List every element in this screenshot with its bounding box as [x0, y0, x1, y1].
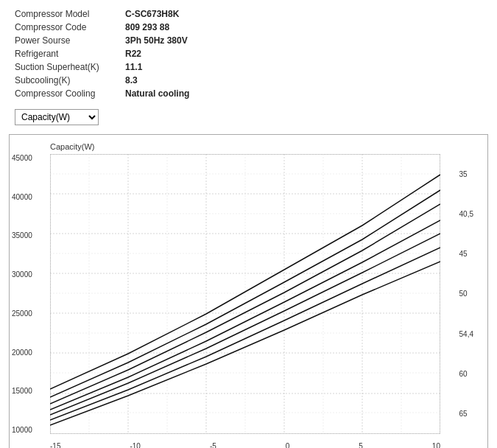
info-table: Compressor ModelC-SC673H8KCompressor Cod…	[15, 7, 194, 100]
x-tick--10: -10	[130, 442, 140, 448]
legend-35: 35	[459, 170, 468, 178]
y-tick-40000: 40000	[12, 193, 32, 201]
legend-50: 50	[459, 290, 468, 298]
info-value: 809 293 88	[125, 21, 194, 34]
info-label: Compressor Cooling	[15, 87, 125, 100]
info-value: 8.3	[125, 74, 194, 87]
y-tick-25000: 25000	[12, 309, 32, 318]
x-tick-5: 5	[359, 442, 363, 448]
x-axis-labels: -15 -10 -5 0 5 10	[50, 442, 440, 448]
chart-y-label: Capacity(W)	[50, 142, 451, 151]
chart-container: Capacity(W)	[9, 134, 488, 448]
dropdown-section: Capacity(W)Power Input(W)Current(A)COP	[0, 106, 497, 131]
info-value: 3Ph 50Hz 380V	[125, 34, 194, 47]
y-tick-10000: 10000	[12, 426, 32, 434]
info-section: Compressor ModelC-SC673H8KCompressor Cod…	[0, 0, 497, 106]
x-tick-0: 0	[286, 442, 290, 448]
info-label: Power Sourse	[15, 34, 125, 47]
chart-area: 45000 40000 35000 30000 25000 20000 1500…	[50, 154, 440, 434]
info-label: Compressor Model	[15, 7, 125, 21]
info-label: Subcooling(K)	[15, 74, 125, 87]
legend-60: 60	[459, 370, 468, 378]
info-label: Compressor Code	[15, 21, 125, 34]
info-value: Natural cooling	[125, 87, 194, 100]
info-value: R22	[125, 47, 194, 60]
info-value: 11.1	[125, 60, 194, 74]
legend-40.5: 40,5	[459, 210, 473, 218]
legend-54.4: 54,4	[459, 330, 473, 338]
x-tick--5: -5	[210, 442, 216, 448]
y-tick-15000: 15000	[12, 387, 32, 395]
capacity-dropdown[interactable]: Capacity(W)Power Input(W)Current(A)COP	[15, 109, 99, 125]
y-axis-labels: 45000 40000 35000 30000 25000 20000 1500…	[12, 154, 32, 434]
y-tick-20000: 20000	[12, 349, 32, 357]
y-tick-30000: 30000	[12, 270, 32, 279]
chart-legend: 35 40,5 45 50 54,4 60 65	[459, 154, 473, 434]
info-value: C-SC673H8K	[125, 7, 194, 21]
y-tick-35000: 35000	[12, 231, 32, 239]
info-label: Refrigerant	[15, 47, 125, 60]
info-label: Suction Superheat(K)	[15, 60, 125, 74]
x-tick-10: 10	[432, 442, 440, 448]
legend-45: 45	[459, 250, 468, 258]
legend-65: 65	[459, 410, 468, 418]
y-tick-45000: 45000	[12, 154, 32, 162]
x-tick--15: -15	[50, 442, 60, 448]
chart-grid	[50, 154, 440, 434]
